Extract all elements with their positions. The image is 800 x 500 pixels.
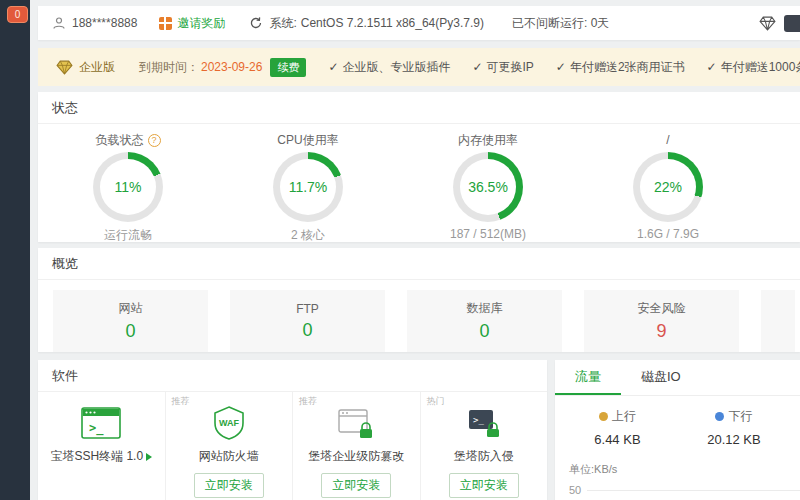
- terminal-green-icon: >_: [81, 405, 121, 441]
- software-card-ssh-terminal[interactable]: >_ 宝塔SSH终端 1.0: [38, 392, 165, 500]
- memory-usage-gauge: 内存使用率 36.5% 187 / 512(MB): [398, 132, 578, 244]
- overview-label: 安全风险: [638, 300, 686, 317]
- system-value: CentOS 7.2.1511 x86_64(Py3.7.9): [301, 16, 484, 30]
- overview-value: 0: [479, 321, 489, 342]
- user-icon: [52, 16, 66, 30]
- play-icon: [146, 453, 152, 461]
- ytick-label: 50: [569, 484, 581, 496]
- traffic-tabs: 流量 磁盘IO: [555, 360, 800, 396]
- tab-disk-io[interactable]: 磁盘IO: [621, 360, 701, 395]
- perk-item: ✓企业版、专业版插件: [328, 59, 450, 76]
- renew-button[interactable]: 续费: [270, 58, 306, 77]
- expire-label: 到期时间：: [139, 59, 199, 76]
- downstream-legend: 下行 20.12 KB: [707, 408, 761, 447]
- install-button[interactable]: 立即安装: [449, 473, 519, 498]
- check-icon: ✓: [472, 60, 482, 74]
- gold-gem-icon: [56, 60, 73, 75]
- root-disk-gauge: / 22% 1.6G / 7.9G: [578, 132, 758, 244]
- perk-item: ✓年付赠送1000条短信: [707, 59, 800, 76]
- gauge-subtext: 1.6G / 7.9G: [637, 227, 699, 241]
- software-grid: >_ 宝塔SSH终端 1.0 推荐 WAF 网站防火墙 立即安装 推荐 堡塔企业…: [38, 392, 547, 500]
- traffic-panel: 流量 磁盘IO 上行 6.44 KB 下行 20.12 KB 单位:KB/s 5…: [555, 360, 800, 500]
- downstream-dot-icon: [715, 412, 724, 421]
- software-name: 宝塔SSH终端 1.0: [50, 448, 143, 465]
- gem-icon[interactable]: [759, 16, 776, 31]
- software-section: 软件 >_ 宝塔SSH终端 1.0 推荐 WAF 网站防火墙 立即安装 推荐 堡…: [38, 360, 547, 500]
- upstream-label: 上行: [612, 408, 636, 425]
- gauge-label: /: [666, 133, 669, 147]
- upstream-legend: 上行 6.44 KB: [594, 408, 640, 447]
- status-section: 状态 负载状态 ? 11% 运行流畅 CPU使用率 11.7% 2 核心 内存使…: [38, 92, 800, 242]
- check-icon: ✓: [707, 60, 717, 74]
- cpu-donut-chart: 11.7%: [273, 152, 343, 222]
- expire-date: 2023-09-26: [201, 60, 262, 74]
- gauge-label: CPU使用率: [277, 132, 338, 149]
- overview-value: 0: [302, 320, 312, 341]
- overview-section-title: 概览: [38, 248, 800, 280]
- gauge-value: 36.5%: [460, 159, 516, 215]
- username[interactable]: 188****8888: [72, 16, 137, 30]
- gauge-subtext: 运行流畅: [104, 227, 152, 244]
- software-card-intrusion-prevention[interactable]: 热门 >_ 堡塔防入侵 立即安装: [420, 392, 548, 500]
- gauge-label: 内存使用率: [458, 132, 518, 149]
- help-icon[interactable]: ?: [148, 134, 161, 147]
- window-lock-icon: [338, 405, 374, 441]
- disk-donut-chart: 22%: [633, 152, 703, 222]
- perk-item: ✓可更换IP: [472, 59, 533, 76]
- topbar-right-actions: [759, 15, 800, 32]
- invite-reward-link[interactable]: 邀请奖励: [159, 15, 225, 32]
- overview-section: 概览 网站 0 FTP 0 数据库 0 安全风险 9: [38, 248, 800, 352]
- gridline: [587, 490, 800, 491]
- overview-row: 网站 0 FTP 0 数据库 0 安全风险 9: [38, 280, 800, 352]
- software-card-tamper-proof[interactable]: 推荐 堡塔企业级防篡改 立即安装: [292, 392, 420, 500]
- overview-value: 9: [656, 321, 666, 342]
- notification-badge[interactable]: 0: [7, 6, 28, 23]
- check-icon: ✓: [556, 60, 566, 74]
- gauge-row: 负载状态 ? 11% 运行流畅 CPU使用率 11.7% 2 核心 内存使用率 …: [38, 124, 800, 244]
- software-card-waf[interactable]: 推荐 WAF 网站防火墙 立即安装: [165, 392, 293, 500]
- overview-value: 0: [125, 321, 135, 342]
- gauge-value: 11%: [100, 159, 156, 215]
- software-name: 堡塔企业级防篡改: [308, 448, 404, 465]
- software-name: 网站防火墙: [199, 448, 259, 465]
- left-sidebar: 0: [0, 0, 30, 500]
- overview-label: 数据库: [467, 300, 503, 317]
- gauge-value: 22%: [640, 159, 696, 215]
- gauge-subtext: 187 / 512(MB): [450, 227, 526, 241]
- license-banner: 企业版 到期时间： 2023-09-26 续费 ✓企业版、专业版插件 ✓可更换I…: [38, 48, 800, 86]
- software-tag: 热门: [427, 395, 445, 408]
- overview-databases[interactable]: 数据库 0: [407, 290, 562, 352]
- overview-security-risk[interactable]: 安全风险 9: [584, 290, 739, 352]
- gift-icon: [159, 17, 172, 30]
- waf-shield-icon: WAF: [212, 405, 246, 441]
- refresh-icon[interactable]: [249, 16, 263, 30]
- gauge-subtext: 2 核心: [291, 227, 325, 244]
- svg-text:WAF: WAF: [219, 418, 239, 428]
- terminal-lock-icon: >_: [467, 405, 501, 441]
- tab-traffic[interactable]: 流量: [555, 360, 621, 395]
- svg-text:>_: >_: [89, 421, 104, 436]
- install-button[interactable]: 立即安装: [194, 473, 264, 498]
- top-bar: 188****8888 邀请奖励 系统: CentOS 7.2.1511 x86…: [38, 6, 800, 40]
- chart-unit-label: 单位:KB/s: [555, 447, 800, 477]
- overview-websites[interactable]: 网站 0: [53, 290, 208, 352]
- system-label: 系统:: [269, 15, 296, 32]
- memory-donut-chart: 36.5%: [453, 152, 523, 222]
- perk-item: ✓年付赠送2张商用证书: [556, 59, 685, 76]
- software-name: 堡塔防入侵: [454, 448, 514, 465]
- upstream-value: 6.44 KB: [594, 432, 640, 447]
- edition-label: 企业版: [79, 59, 115, 76]
- svg-text:>_: >_: [473, 415, 484, 425]
- traffic-legend-row: 上行 6.44 KB 下行 20.12 KB: [555, 396, 800, 447]
- uptime-label: 已不间断运行: 0天: [512, 15, 609, 32]
- downstream-value: 20.12 KB: [707, 432, 761, 447]
- software-tag: 推荐: [299, 395, 317, 408]
- upstream-dot-icon: [599, 412, 608, 421]
- edition-chip[interactable]: [784, 15, 800, 32]
- overview-label: 网站: [119, 300, 143, 317]
- cpu-usage-gauge: CPU使用率 11.7% 2 核心: [218, 132, 398, 244]
- chart-ytick-row: 50: [555, 477, 800, 496]
- install-button[interactable]: 立即安装: [321, 473, 391, 498]
- software-section-title: 软件: [38, 360, 547, 392]
- overview-ftp[interactable]: FTP 0: [230, 290, 385, 352]
